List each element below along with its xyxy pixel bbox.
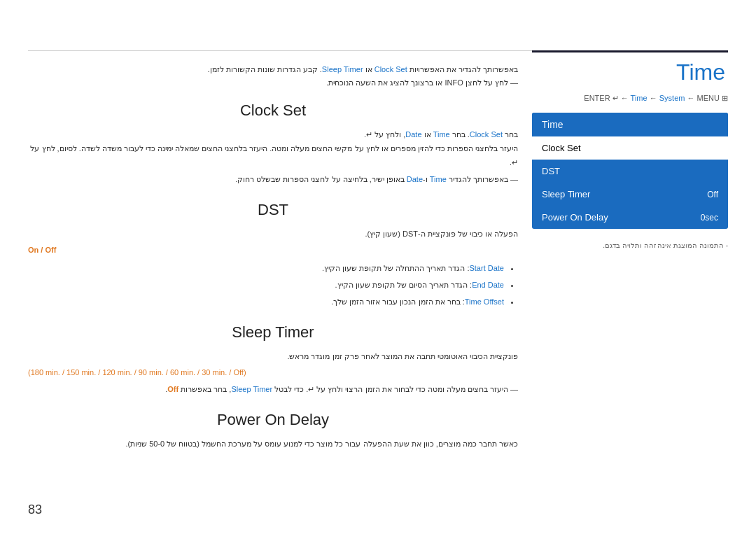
sleep-timer-note: — היעזר בחצים מעלה ומטה כדי לבחור את הזמ…	[28, 383, 518, 397]
clock-set-note: — באפשרותך להגדיר Time ו‑Date באופן ישיר…	[28, 173, 518, 187]
dst-end-date: End Date: הגדר תאריך הסיום של תקופת שעון…	[28, 279, 504, 293]
page-number: 83	[28, 503, 42, 517]
dst-time-offset: Time Offset: בחר את הזמן הנכון עבור אזור…	[28, 295, 504, 309]
menu-item-sleep-timer-label: Sleep Timer	[542, 189, 590, 199]
section-title-clock-set: Clock Set	[28, 101, 518, 120]
dst-list: Start Date: הגדר תאריך ההתחלה של תקופת ש…	[28, 262, 518, 309]
dst-line1: הפעלה או כיבוי של פונקציית ה‑DST (שעון ק…	[28, 227, 518, 241]
power-on-delay-line1: כאשר תחבר כמה מוצרים, כוון את שעת ההפעלה…	[28, 437, 518, 451]
dst-on-off: On / Off	[28, 244, 518, 258]
breadcrumb-sep2: ← MENU ⊞	[685, 94, 728, 102]
intro-line2: — לחץ על לחצן INFO או ברצונך להציג את הש…	[28, 76, 518, 90]
breadcrumb-system: System	[659, 94, 685, 102]
menu-item-power-on-delay-value: 0sec	[701, 213, 718, 223]
sleep-timer-line1: פונקציית הכיבוי האוטומטי תחבה את המוצר ל…	[28, 350, 518, 364]
menu-item-sleep-timer-value: Off	[707, 190, 718, 199]
intro-line1: באפשרותך להגדיר את האפשרויות Clock Set א…	[28, 63, 518, 76]
dst-start-date: Start Date: הגדר תאריך ההתחלה של תקופת ש…	[28, 262, 504, 276]
section-title-power-on-delay: Power On Delay	[28, 411, 518, 429]
page-title: Time	[532, 59, 728, 85]
section-body-dst: הפעלה או כיבוי של פונקציית ה‑DST (שעון ק…	[28, 227, 518, 309]
right-bottom-note: - התמונה המוצגת אינה זהה ותלויה בדגם.	[532, 241, 728, 249]
section-title-dst: DST	[28, 201, 518, 219]
main-content: באפשרותך להגדיר את האפשרויות Clock Set א…	[28, 63, 518, 465]
menu-item-power-on-delay[interactable]: Power On Delay 0sec	[532, 206, 728, 229]
menu-item-clock-set-label: Clock Set	[542, 143, 581, 153]
section-body-sleep-timer: פונקציית הכיבוי האוטומטי תחבה את המוצר ל…	[28, 350, 518, 397]
section-title-sleep-timer: Sleep Timer	[28, 323, 518, 342]
menu-item-clock-set[interactable]: Clock Set	[532, 136, 728, 160]
breadcrumb-enter: ENTER ↵ ←	[584, 94, 630, 102]
menu-item-dst[interactable]: DST	[532, 160, 728, 183]
menu-card-title: Time	[532, 113, 728, 136]
sleep-timer-options: (180 min. / 150 min. / 120 min. / 90 min…	[28, 366, 518, 380]
breadcrumb-sep1: ←	[648, 94, 659, 102]
menu-item-power-on-delay-label: Power On Delay	[542, 212, 608, 223]
clock-set-line2: היעזר בלחצני הספרות כדי להזין מספרים או …	[28, 142, 518, 170]
breadcrumb: ENTER ↵ ← Time ← System ← MENU ⊞	[532, 94, 728, 103]
menu-item-sleep-timer[interactable]: Sleep Timer Off	[532, 183, 728, 206]
intro-block: באפשרותך להגדיר את האפשרויות Clock Set א…	[28, 63, 518, 89]
clock-set-line1: בחר Clock Set. בחר Time או Date, ולחץ על…	[28, 128, 518, 142]
panel-top-line	[532, 50, 728, 52]
section-body-clock-set: בחר Clock Set. בחר Time או Date, ולחץ על…	[28, 128, 518, 186]
menu-card: Time Clock Set DST Sleep Timer Off Power…	[532, 113, 728, 229]
menu-item-dst-label: DST	[542, 166, 560, 176]
breadcrumb-time: Time	[631, 94, 648, 102]
right-panel: Time ENTER ↵ ← Time ← System ← MENU ⊞ Ti…	[532, 50, 728, 249]
section-body-power-on-delay: כאשר תחבר כמה מוצרים, כוון את שעת ההפעלה…	[28, 437, 518, 451]
